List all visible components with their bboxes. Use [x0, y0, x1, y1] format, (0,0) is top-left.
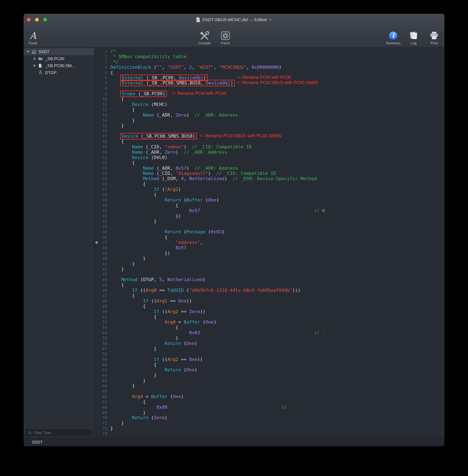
- sidebar-item-ssdt[interactable]: SSDT: [24, 48, 94, 55]
- code-line: 63 }: [94, 378, 444, 383]
- sidebar-item-label: DTGP: [45, 70, 57, 75]
- line-number: 6: [94, 75, 110, 81]
- sidebar-item-label: _SB.PC00.SM...: [45, 63, 75, 68]
- code-line: 10 {: [94, 96, 444, 102]
- window-header: SSDT-SBUS-MCHC.dsl — Edited A Fonts: [24, 14, 444, 47]
- line-number: 63: [94, 378, 110, 384]
- line-number: 20: [94, 150, 110, 155]
- highlight-box: Scope (_SB.PC00): [120, 90, 167, 97]
- code-line: 50 If ((Arg2 == Zero)): [94, 309, 444, 314]
- filter-tree-input[interactable]: [33, 431, 89, 435]
- sidebar-item-sb-pc00-sm[interactable]: _SB.PC00.SM...: [24, 62, 94, 69]
- line-number: 68: [94, 405, 110, 410]
- code-line: 67 {: [94, 399, 444, 405]
- toolbar: A Fonts Compile: [24, 26, 444, 47]
- line-number: 43: [94, 272, 110, 277]
- code-line: 55 }: [94, 335, 444, 341]
- line-number: 72: [94, 426, 110, 431]
- line-number: 57: [94, 346, 110, 352]
- window-title: SSDT-SBUS-MCHC.dsl — Edited: [202, 17, 267, 22]
- summary-label: Summary: [386, 41, 401, 45]
- code-line: 20 Name (_ADR, Zero) // _ADR: Address: [94, 149, 444, 155]
- line-number: 19: [94, 144, 110, 150]
- line-number: 36: [94, 235, 110, 240]
- code-line: 36 {: [94, 235, 444, 240]
- disclosure-down-icon[interactable]: [27, 51, 30, 53]
- line-number: 54: [94, 330, 110, 336]
- line-number: 3: [94, 60, 110, 65]
- code-lines: 1/*2 * SMBus compatibility table.3 */4De…: [94, 49, 444, 436]
- line-number: 15: [94, 123, 110, 128]
- code-line: 17 Device (_SB.PC00.SMBS.BUS0)<- Rename …: [94, 134, 444, 139]
- code-line: 48 If ((Arg1 == One)): [94, 298, 444, 304]
- line-number: 9: [94, 91, 110, 97]
- print-label: Print: [431, 41, 438, 45]
- code-line: 58: [94, 351, 444, 357]
- line-number: 41: [94, 261, 110, 267]
- status-text: SSDT: [32, 440, 43, 445]
- disclosure-right-icon[interactable]: [33, 64, 36, 67]
- code-line: 29 Return (Buffer (One): [94, 197, 444, 203]
- compile-tools-icon: [199, 31, 210, 41]
- code-line: 21 Device (DVL0): [94, 155, 444, 160]
- line-number: 51: [94, 314, 110, 320]
- compile-button[interactable]: Compile: [195, 27, 214, 45]
- disclosure-right-icon[interactable]: [33, 57, 36, 60]
- line-number: 64: [94, 384, 110, 389]
- code-line: 49 {: [94, 304, 444, 309]
- line-number: 38: [94, 245, 110, 251]
- code-line: 13 Name (_ADR, Zero) // _ADR: Address: [94, 112, 444, 118]
- code-line: 31 0x57 // W: [94, 208, 444, 213]
- line-number: 48: [94, 298, 110, 304]
- code-line: 23 Name (_ADR, 0x57) // _ADR: Address: [94, 165, 444, 171]
- code-line: 32 }): [94, 213, 444, 219]
- code-line: 41 }: [94, 261, 444, 267]
- code-editor[interactable]: 1/*2 * SMBus compatibility table.3 */4De…: [94, 47, 444, 438]
- line-number: 27: [94, 187, 110, 192]
- code-line: 72}: [94, 426, 444, 431]
- code-line: 9 Scope (_SB.PC00)<- Rename PCI0 with PC…: [94, 91, 444, 96]
- line-number: 5: [94, 70, 110, 75]
- line-number: 49: [94, 304, 110, 309]
- sidebar-item-dtgp[interactable]: DTGP: [24, 69, 94, 76]
- line-number: 39: [94, 251, 110, 256]
- code-line: 64 }: [94, 383, 444, 389]
- code-line: 61 Return (One): [94, 367, 444, 372]
- code-line: 27 If (!Arg2): [94, 187, 444, 192]
- document-proxy-icon[interactable]: [196, 17, 200, 22]
- fonts-icon: A: [30, 31, 36, 41]
- fonts-button[interactable]: A Fonts: [24, 27, 42, 45]
- summary-button[interactable]: i Summary: [384, 27, 403, 45]
- home-icon: [31, 49, 37, 54]
- code-line: 28 {: [94, 192, 444, 197]
- code-line: 2 * SMBus compatibility table.: [94, 54, 444, 59]
- line-number: 17: [94, 134, 110, 139]
- patch-button[interactable]: Patch: [216, 27, 235, 45]
- log-button[interactable]: Log: [404, 27, 423, 45]
- code-line: 12 {: [94, 107, 444, 112]
- line-number: 52: [94, 320, 110, 325]
- code-line: 39 }): [94, 251, 444, 256]
- line-number: 16: [94, 128, 110, 134]
- code-line: 70 Return (Zero): [94, 415, 444, 420]
- code-line: 69 }: [94, 410, 444, 415]
- title-chevron-down-icon[interactable]: [269, 18, 272, 21]
- print-button[interactable]: Print: [425, 27, 444, 45]
- line-number: 26: [94, 182, 110, 187]
- sidebar-item-label: _SB.PC00: [45, 56, 64, 61]
- sidebar-item-label: SSDT: [39, 49, 49, 54]
- line-number: 13: [94, 113, 110, 118]
- sidebar-item-sb-pc00[interactable]: _SB.PC00: [24, 55, 94, 62]
- code-line: 59 If ((Arg2 == One)): [94, 357, 444, 362]
- line-number: 12: [94, 107, 110, 113]
- line-number: 31: [94, 208, 110, 214]
- line-number: 46: [94, 288, 110, 293]
- code-line: 38 0x57: [94, 245, 444, 251]
- filter-tree-field[interactable]: [26, 430, 91, 436]
- line-number: 53: [94, 325, 110, 330]
- sidebar: SSDT _SB.PC00: [24, 47, 94, 438]
- line-number: 71: [94, 421, 110, 426]
- search-icon: [28, 431, 31, 434]
- code-line: 42 }: [94, 267, 444, 272]
- line-number: 65: [94, 389, 110, 394]
